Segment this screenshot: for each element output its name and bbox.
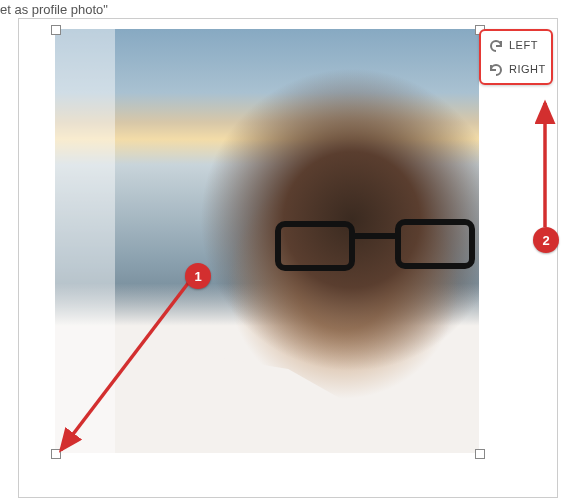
annotation-arrow-2 bbox=[531, 97, 561, 232]
dialog-title-fragment: et as profile photo" bbox=[0, 2, 108, 17]
crop-handle-top-left[interactable] bbox=[51, 25, 61, 35]
crop-handle-bottom-right[interactable] bbox=[475, 449, 485, 459]
rotate-panel: LEFT RIGHT bbox=[479, 29, 553, 85]
rotate-left-button[interactable]: LEFT bbox=[481, 33, 551, 57]
rotate-right-button[interactable]: RIGHT bbox=[481, 57, 551, 81]
rotate-right-icon bbox=[488, 62, 504, 76]
annotation-badge-2: 2 bbox=[533, 227, 559, 253]
rotate-left-label: LEFT bbox=[509, 39, 538, 51]
annotation-badge-1: 1 bbox=[185, 263, 211, 289]
photo-editor-frame: LEFT RIGHT 1 2 bbox=[18, 18, 558, 498]
crop-dim-overlay bbox=[55, 29, 115, 453]
rotate-left-icon bbox=[488, 38, 504, 52]
photo-crop-area[interactable] bbox=[55, 29, 479, 453]
rotate-right-label: RIGHT bbox=[509, 63, 546, 75]
crop-handle-bottom-left[interactable] bbox=[51, 449, 61, 459]
